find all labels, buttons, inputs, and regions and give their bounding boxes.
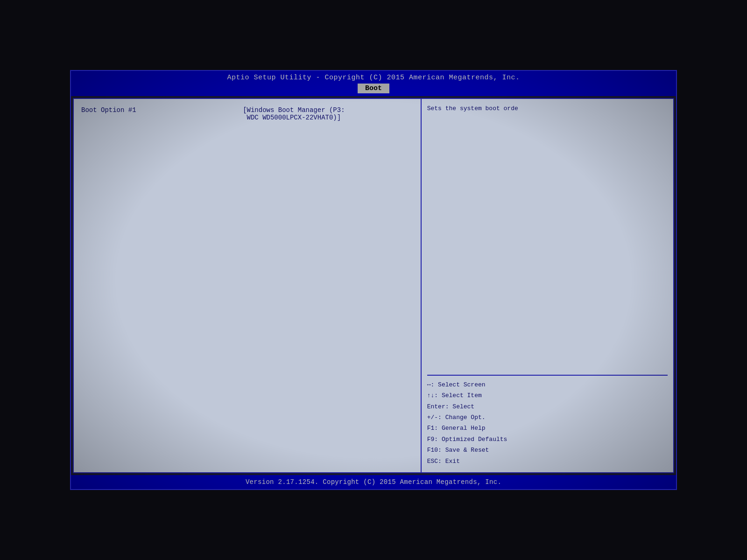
footer-text: Version 2.17.1254. Copyright (C) 2015 Am… <box>246 478 501 486</box>
header-title: Aptio Setup Utility - Copyright (C) 2015… <box>227 74 520 82</box>
nav-hints: ↔: Select Screen ↑↓: Select Item Enter: … <box>427 379 668 467</box>
header-bar: Aptio Setup Utility - Copyright (C) 2015… <box>71 71 676 96</box>
nav-exit: ESC: Exit <box>427 456 668 467</box>
bios-screen: Aptio Setup Utility - Copyright (C) 2015… <box>70 70 677 490</box>
footer-bar: Version 2.17.1254. Copyright (C) 2015 Am… <box>71 475 676 489</box>
tab-bar: Boot <box>358 84 389 93</box>
screen-container: Aptio Setup Utility - Copyright (C) 2015… <box>47 51 700 509</box>
nav-select-screen: ↔: Select Screen <box>427 379 668 390</box>
tab-boot[interactable]: Boot <box>358 84 389 93</box>
nav-select-item: ↑↓: Select Item <box>427 390 668 401</box>
boot-option-label: Boot Option #1 <box>81 106 175 114</box>
boot-option-row[interactable]: Boot Option #1 [Windows Boot Manager (P3… <box>81 106 413 121</box>
right-panel: Sets the system boot orde ↔: Select Scre… <box>422 99 673 472</box>
main-content: Boot Option #1 [Windows Boot Manager (P3… <box>73 98 674 473</box>
boot-option-value-line2: WDC WD5000LPCX-22VHAT0)] <box>175 114 413 121</box>
nav-save-reset: F10: Save & Reset <box>427 445 668 455</box>
nav-optimized-defaults: F9: Optimized Defaults <box>427 434 668 445</box>
nav-change-opt: +/-: Change Opt. <box>427 412 668 423</box>
left-panel: Boot Option #1 [Windows Boot Manager (P3… <box>74 99 422 472</box>
help-text: Sets the system boot orde <box>427 105 668 376</box>
nav-general-help: F1: General Help <box>427 423 668 434</box>
boot-option-value: [Windows Boot Manager (P3: WDC WD5000LPC… <box>175 106 413 121</box>
nav-enter: Enter: Select <box>427 401 668 412</box>
boot-option-value-line1: [Windows Boot Manager (P3: <box>175 106 413 114</box>
